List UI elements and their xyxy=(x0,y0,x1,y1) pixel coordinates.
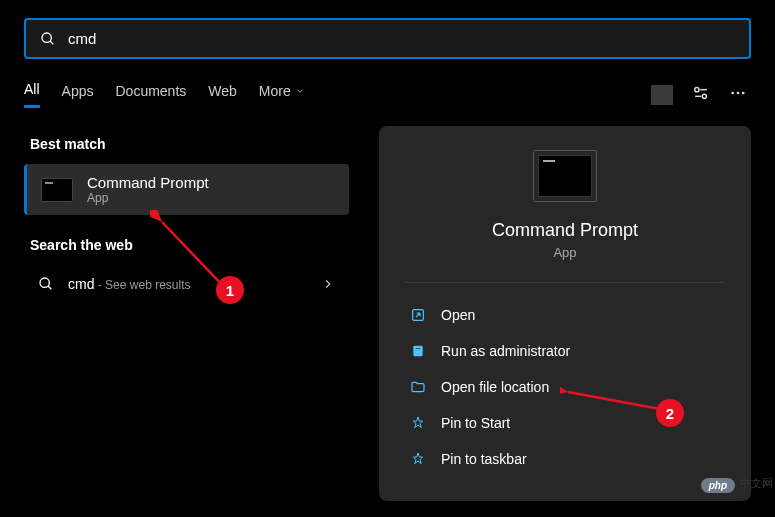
result-subtitle: App xyxy=(87,191,335,205)
search-input[interactable] xyxy=(68,30,735,47)
svg-rect-13 xyxy=(415,348,420,350)
detail-title: Command Prompt xyxy=(399,220,731,241)
action-label: Pin to taskbar xyxy=(441,451,527,467)
ellipsis-icon xyxy=(729,84,747,102)
cmd-icon xyxy=(41,178,73,202)
tab-more[interactable]: More xyxy=(259,83,305,107)
result-command-prompt[interactable]: Command Prompt App xyxy=(24,164,349,215)
chevron-down-icon xyxy=(295,86,305,96)
tab-documents[interactable]: Documents xyxy=(115,83,186,107)
options-button[interactable] xyxy=(691,83,711,107)
divider xyxy=(405,282,725,283)
tab-all[interactable]: All xyxy=(24,81,40,108)
action-run-as-administrator[interactable]: Run as administrator xyxy=(399,333,731,369)
web-suffix: - See web results xyxy=(94,278,190,292)
top-controls xyxy=(651,83,747,107)
action-label: Open xyxy=(441,307,475,323)
tab-apps[interactable]: Apps xyxy=(62,83,94,107)
search-icon xyxy=(40,31,56,47)
pin-icon xyxy=(409,414,427,432)
open-icon xyxy=(409,306,427,324)
filter-icon xyxy=(691,83,711,103)
svg-point-8 xyxy=(742,91,745,94)
detail-panel: Command Prompt App Open Run as administr… xyxy=(379,126,751,501)
watermark-cn: 中文网 xyxy=(740,476,773,491)
best-match-heading: Best match xyxy=(30,136,349,152)
chevron-right-icon xyxy=(321,277,335,291)
tab-more-label: More xyxy=(259,83,291,99)
svg-point-6 xyxy=(731,91,734,94)
web-term: cmd xyxy=(68,276,94,292)
account-button[interactable] xyxy=(651,85,673,105)
action-label: Pin to Start xyxy=(441,415,510,431)
action-label: Open file location xyxy=(441,379,549,395)
results-column: Best match Command Prompt App Search the… xyxy=(24,126,349,501)
detail-subtitle: App xyxy=(399,245,731,260)
svg-point-0 xyxy=(42,33,51,42)
action-pin-to-taskbar[interactable]: Pin to taskbar xyxy=(399,441,731,477)
annotation-badge-2: 2 xyxy=(656,399,684,427)
result-title: Command Prompt xyxy=(87,174,335,191)
search-icon xyxy=(38,276,54,292)
svg-point-2 xyxy=(695,87,699,91)
web-result-cmd[interactable]: cmd - See web results xyxy=(24,265,349,303)
action-open[interactable]: Open xyxy=(399,297,731,333)
pin-icon xyxy=(409,450,427,468)
svg-point-4 xyxy=(702,94,706,98)
more-options-button[interactable] xyxy=(729,84,747,106)
action-open-file-location[interactable]: Open file location xyxy=(399,369,731,405)
svg-line-1 xyxy=(50,41,53,44)
svg-point-7 xyxy=(737,91,740,94)
search-box[interactable] xyxy=(24,18,751,59)
annotation-badge-1: 1 xyxy=(216,276,244,304)
action-label: Run as administrator xyxy=(441,343,570,359)
detail-icon-frame xyxy=(533,150,597,202)
tab-web[interactable]: Web xyxy=(208,83,237,107)
svg-point-9 xyxy=(40,278,49,287)
search-tabs: All Apps Documents Web More xyxy=(24,81,751,108)
shield-icon xyxy=(409,342,427,360)
watermark-php: php xyxy=(701,478,735,493)
svg-line-10 xyxy=(48,286,51,289)
search-web-heading: Search the web xyxy=(30,237,349,253)
cmd-icon xyxy=(538,155,592,197)
folder-icon xyxy=(409,378,427,396)
